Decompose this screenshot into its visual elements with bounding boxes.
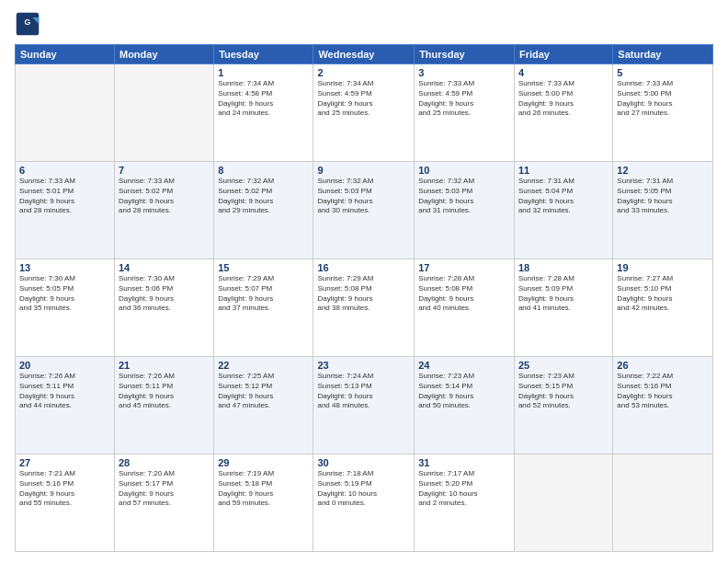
calendar-cell: 11Sunrise: 7:31 AM Sunset: 5:04 PM Dayli… — [514, 162, 612, 259]
day-number: 20 — [19, 360, 110, 371]
day-info: Sunrise: 7:18 AM Sunset: 5:19 PM Dayligh… — [317, 469, 410, 509]
day-number: 29 — [218, 457, 309, 468]
day-info: Sunrise: 7:31 AM Sunset: 5:05 PM Dayligh… — [617, 177, 709, 216]
day-info: Sunrise: 7:34 AM Sunset: 4:58 PM Dayligh… — [218, 79, 309, 119]
day-info: Sunrise: 7:24 AM Sunset: 5:13 PM Dayligh… — [317, 372, 410, 411]
day-info: Sunrise: 7:33 AM Sunset: 5:00 PM Dayligh… — [518, 79, 609, 119]
calendar-cell: 14Sunrise: 7:30 AM Sunset: 5:06 PM Dayli… — [114, 259, 213, 357]
calendar-week-row: 13Sunrise: 7:30 AM Sunset: 5:05 PM Dayli… — [16, 259, 713, 357]
day-number: 2 — [317, 67, 410, 78]
day-number: 27 — [19, 457, 110, 468]
day-info: Sunrise: 7:30 AM Sunset: 5:05 PM Dayligh… — [19, 274, 110, 314]
calendar-cell: 22Sunrise: 7:25 AM Sunset: 5:12 PM Dayli… — [214, 357, 313, 454]
calendar-cell: 4Sunrise: 7:33 AM Sunset: 5:00 PM Daylig… — [514, 64, 612, 162]
calendar-cell: 25Sunrise: 7:23 AM Sunset: 5:15 PM Dayli… — [514, 357, 612, 454]
day-number: 13 — [19, 262, 110, 273]
calendar-cell: 9Sunrise: 7:32 AM Sunset: 5:03 PM Daylig… — [313, 162, 415, 259]
day-number: 21 — [119, 360, 210, 371]
calendar-cell: 24Sunrise: 7:23 AM Sunset: 5:14 PM Dayli… — [415, 357, 515, 454]
day-info: Sunrise: 7:25 AM Sunset: 5:12 PM Dayligh… — [218, 372, 309, 411]
day-info: Sunrise: 7:23 AM Sunset: 5:15 PM Dayligh… — [518, 372, 609, 411]
day-number: 3 — [418, 67, 510, 78]
calendar-cell: 13Sunrise: 7:30 AM Sunset: 5:05 PM Dayli… — [16, 259, 115, 357]
day-info: Sunrise: 7:32 AM Sunset: 5:03 PM Dayligh… — [317, 177, 410, 216]
calendar-cell: 20Sunrise: 7:26 AM Sunset: 5:11 PM Dayli… — [16, 357, 115, 454]
weekday-header-sunday: Sunday — [16, 45, 115, 64]
calendar-cell: 18Sunrise: 7:28 AM Sunset: 5:09 PM Dayli… — [514, 259, 612, 357]
day-number: 22 — [218, 360, 309, 371]
day-number: 5 — [617, 67, 709, 78]
day-info: Sunrise: 7:32 AM Sunset: 5:03 PM Dayligh… — [418, 177, 510, 216]
day-number: 31 — [418, 457, 510, 468]
calendar-cell — [16, 64, 115, 162]
calendar-cell: 10Sunrise: 7:32 AM Sunset: 5:03 PM Dayli… — [415, 162, 515, 259]
day-number: 16 — [317, 262, 410, 273]
weekday-header-wednesday: Wednesday — [313, 45, 415, 64]
calendar-cell: 2Sunrise: 7:34 AM Sunset: 4:59 PM Daylig… — [313, 64, 415, 162]
day-info: Sunrise: 7:17 AM Sunset: 5:20 PM Dayligh… — [418, 469, 510, 509]
calendar: SundayMondayTuesdayWednesdayThursdayFrid… — [15, 44, 713, 552]
day-info: Sunrise: 7:33 AM Sunset: 5:01 PM Dayligh… — [19, 177, 110, 216]
day-info: Sunrise: 7:33 AM Sunset: 5:00 PM Dayligh… — [617, 79, 709, 119]
day-info: Sunrise: 7:28 AM Sunset: 5:09 PM Dayligh… — [518, 274, 609, 314]
calendar-cell: 23Sunrise: 7:24 AM Sunset: 5:13 PM Dayli… — [313, 357, 415, 454]
day-info: Sunrise: 7:32 AM Sunset: 5:02 PM Dayligh… — [218, 177, 309, 216]
calendar-cell — [613, 454, 713, 552]
day-number: 1 — [218, 67, 309, 78]
weekday-header-friday: Friday — [514, 45, 612, 64]
day-number: 4 — [518, 67, 609, 78]
day-info: Sunrise: 7:27 AM Sunset: 5:10 PM Dayligh… — [617, 274, 709, 314]
day-number: 28 — [119, 457, 210, 468]
calendar-cell — [114, 64, 213, 162]
calendar-cell: 19Sunrise: 7:27 AM Sunset: 5:10 PM Dayli… — [613, 259, 713, 357]
calendar-week-row: 6Sunrise: 7:33 AM Sunset: 5:01 PM Daylig… — [16, 162, 713, 259]
day-info: Sunrise: 7:33 AM Sunset: 4:59 PM Dayligh… — [418, 79, 510, 119]
calendar-cell: 16Sunrise: 7:29 AM Sunset: 5:08 PM Dayli… — [313, 259, 415, 357]
day-number: 10 — [418, 165, 510, 176]
day-number: 7 — [119, 165, 210, 176]
calendar-week-row: 27Sunrise: 7:21 AM Sunset: 5:16 PM Dayli… — [16, 454, 713, 552]
day-number: 23 — [317, 360, 410, 371]
calendar-week-row: 1Sunrise: 7:34 AM Sunset: 4:58 PM Daylig… — [16, 64, 713, 162]
day-info: Sunrise: 7:31 AM Sunset: 5:04 PM Dayligh… — [518, 177, 609, 216]
calendar-cell: 21Sunrise: 7:26 AM Sunset: 5:11 PM Dayli… — [114, 357, 213, 454]
calendar-cell: 7Sunrise: 7:33 AM Sunset: 5:02 PM Daylig… — [114, 162, 213, 259]
weekday-header-thursday: Thursday — [415, 45, 515, 64]
day-info: Sunrise: 7:22 AM Sunset: 5:16 PM Dayligh… — [617, 372, 709, 411]
svg-text:G: G — [25, 17, 31, 27]
calendar-cell: 15Sunrise: 7:29 AM Sunset: 5:07 PM Dayli… — [214, 259, 313, 357]
calendar-cell: 30Sunrise: 7:18 AM Sunset: 5:19 PM Dayli… — [313, 454, 415, 552]
day-info: Sunrise: 7:28 AM Sunset: 5:08 PM Dayligh… — [418, 274, 510, 314]
calendar-cell: 17Sunrise: 7:28 AM Sunset: 5:08 PM Dayli… — [415, 259, 515, 357]
day-info: Sunrise: 7:30 AM Sunset: 5:06 PM Dayligh… — [119, 274, 210, 314]
day-number: 25 — [518, 360, 609, 371]
calendar-cell: 31Sunrise: 7:17 AM Sunset: 5:20 PM Dayli… — [415, 454, 515, 552]
calendar-cell: 5Sunrise: 7:33 AM Sunset: 5:00 PM Daylig… — [613, 64, 713, 162]
calendar-cell: 12Sunrise: 7:31 AM Sunset: 5:05 PM Dayli… — [613, 162, 713, 259]
calendar-cell: 27Sunrise: 7:21 AM Sunset: 5:16 PM Dayli… — [16, 454, 115, 552]
day-info: Sunrise: 7:20 AM Sunset: 5:17 PM Dayligh… — [119, 469, 210, 509]
day-number: 15 — [218, 262, 309, 273]
day-info: Sunrise: 7:29 AM Sunset: 5:08 PM Dayligh… — [317, 274, 410, 314]
calendar-cell: 3Sunrise: 7:33 AM Sunset: 4:59 PM Daylig… — [415, 64, 515, 162]
calendar-cell: 6Sunrise: 7:33 AM Sunset: 5:01 PM Daylig… — [16, 162, 115, 259]
day-info: Sunrise: 7:29 AM Sunset: 5:07 PM Dayligh… — [218, 274, 309, 314]
day-number: 8 — [218, 165, 309, 176]
day-number: 14 — [119, 262, 210, 273]
day-info: Sunrise: 7:23 AM Sunset: 5:14 PM Dayligh… — [418, 372, 510, 411]
day-info: Sunrise: 7:26 AM Sunset: 5:11 PM Dayligh… — [119, 372, 210, 411]
day-number: 19 — [617, 262, 709, 273]
calendar-cell: 8Sunrise: 7:32 AM Sunset: 5:02 PM Daylig… — [214, 162, 313, 259]
day-info: Sunrise: 7:34 AM Sunset: 4:59 PM Dayligh… — [317, 79, 410, 119]
calendar-cell: 1Sunrise: 7:34 AM Sunset: 4:58 PM Daylig… — [214, 64, 313, 162]
calendar-cell: 26Sunrise: 7:22 AM Sunset: 5:16 PM Dayli… — [613, 357, 713, 454]
day-info: Sunrise: 7:19 AM Sunset: 5:18 PM Dayligh… — [218, 469, 309, 509]
weekday-header-saturday: Saturday — [613, 45, 713, 64]
day-number: 26 — [617, 360, 709, 371]
logo: G — [15, 11, 44, 37]
weekday-header-monday: Monday — [114, 45, 213, 64]
day-number: 18 — [518, 262, 609, 273]
day-info: Sunrise: 7:33 AM Sunset: 5:02 PM Dayligh… — [119, 177, 210, 216]
calendar-cell: 28Sunrise: 7:20 AM Sunset: 5:17 PM Dayli… — [114, 454, 213, 552]
day-number: 30 — [317, 457, 410, 468]
